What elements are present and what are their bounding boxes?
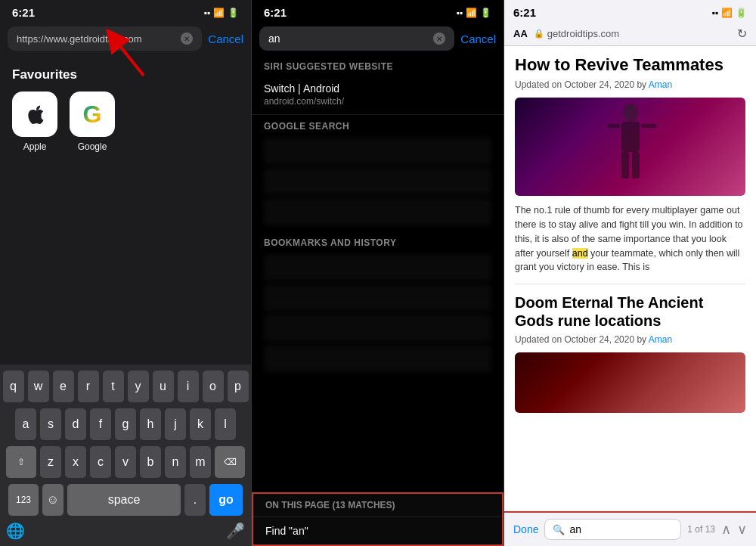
svg-point-2 [623,104,638,122]
apple-label: Apple [23,141,47,152]
key-x[interactable]: x [65,446,86,478]
key-k[interactable]: k [190,408,211,440]
svg-rect-5 [641,124,656,128]
key-h[interactable]: h [140,408,161,440]
globe-icon[interactable]: 🌐 [6,522,25,540]
refresh-icon[interactable]: ↻ [737,26,747,41]
key-g[interactable]: g [115,408,136,440]
key-o[interactable]: o [203,371,224,402]
search-text-p2: an [268,33,430,45]
blurred-suggestion-1 [264,138,491,165]
key-space[interactable]: space [67,484,181,516]
clear-button-p2[interactable]: ✕ [433,33,445,45]
clear-button[interactable]: ✕ [181,33,193,45]
favourites-title: Favourites [12,67,239,82]
key-j[interactable]: j [165,408,186,440]
apple-icon [12,92,57,137]
keyboard-row-1: q w e r t y u i o p [3,371,248,402]
cancel-button-p2[interactable]: Cancel [460,33,496,45]
aa-button[interactable]: AA [513,28,528,39]
keyboard-row-2: a s d f g h j k l [3,408,248,440]
key-r[interactable]: r [78,371,99,402]
svg-rect-3 [621,122,640,152]
google-label: Google [78,141,107,152]
search-input-p2[interactable]: an ✕ [259,26,454,51]
key-v[interactable]: v [115,446,136,478]
key-t[interactable]: t [103,371,124,402]
find-bar: Done 🔍 an 1 of 13 ∧ ∨ [504,511,756,546]
article1-author[interactable]: Aman [649,79,672,90]
article2-title: Doom Eternal The Ancient Gods rune locat… [515,293,745,330]
suggestions-list: Siri Suggested Website Switch | Android … [252,55,503,546]
svg-rect-7 [632,152,640,178]
key-c[interactable]: c [90,446,111,478]
article1-meta: Updated on October 24, 2020 by Aman [515,79,745,90]
find-search-text: an [569,523,581,535]
favourites-section: Favourites Apple G Google [0,55,251,158]
favourites-grid: Apple G Google [12,92,239,152]
favourite-apple[interactable]: Apple [12,92,57,152]
article2-meta: Updated on October 24, 2020 by Aman [515,334,745,345]
panel-safari-search: 6:21 ▪▪ 📶 🔋 https://www.getdroidtips.com… [0,0,252,546]
mic-icon[interactable]: 🎤 [226,522,245,540]
key-e[interactable]: e [53,371,74,402]
blurred-bookmark-2 [264,284,491,312]
key-period[interactable]: . [184,484,206,516]
siri-section-title: Siri Suggested Website [252,55,503,75]
status-bar-p3: 6:21 ▪▪ 📶 🔋 [504,0,756,22]
favourite-google[interactable]: G Google [70,92,115,152]
google-section-title: Google Search [252,115,503,135]
find-prev-button[interactable]: ∧ [721,521,731,538]
key-shift[interactable]: ⇧ [6,446,36,478]
key-emoji[interactable]: ☺ [42,484,64,516]
key-w[interactable]: w [28,371,49,402]
done-button[interactable]: Done [513,523,538,535]
status-icons-p1: ▪▪ 📶 🔋 [203,8,239,18]
key-z[interactable]: z [40,446,61,478]
key-m[interactable]: m [190,446,211,478]
blurred-bookmark-3 [264,315,491,342]
find-next-button[interactable]: ∨ [737,521,747,538]
find-search-icon: 🔍 [553,524,565,535]
address-display: 🔒 getdroidtips.com [534,28,619,39]
status-icons-p2: ▪▪ 📶 🔋 [456,8,491,18]
url-input-p1[interactable]: https://www.getdroidtips.com ✕ [8,26,202,51]
key-u[interactable]: u [153,371,174,402]
key-f[interactable]: f [90,408,111,440]
on-this-page-section: On This Page (13 matches) Find "an" [252,492,503,546]
status-bar-p1: 6:21 ▪▪ 📶 🔋 [0,0,251,22]
panel-search-suggestions: 6:21 ▪▪ 📶 🔋 an ✕ Cancel Siri Suggested W… [252,0,504,546]
suggestion-switch-android[interactable]: Switch | Android android.com/switch/ [252,75,503,115]
search-bar-row-p1: https://www.getdroidtips.com ✕ Cancel [0,22,251,55]
article1-text: The no.1 rule of thumb for every multipl… [515,203,745,275]
article2-author[interactable]: Aman [649,334,672,345]
find-input[interactable]: 🔍 an [544,519,681,540]
key-i[interactable]: i [178,371,199,402]
highlighted-word: and [572,248,588,259]
key-q[interactable]: q [3,371,24,402]
panel-article: 6:21 ▪▪ 📶 🔋 AA 🔒 getdroidtips.com ↻ How … [504,0,756,546]
find-nav-buttons: ∧ ∨ [721,521,747,538]
blurred-suggestion-2 [264,168,491,195]
article-content: How to Revive Teammates Updated on Octob… [504,46,756,546]
key-s[interactable]: s [40,408,61,440]
key-y[interactable]: y [128,371,149,402]
key-p[interactable]: p [228,371,249,402]
key-go[interactable]: go [209,484,243,516]
time-p1: 6:21 [12,6,35,19]
key-a[interactable]: a [15,408,36,440]
key-n[interactable]: n [165,446,186,478]
find-item[interactable]: Find "an" [253,517,502,544]
keyboard-bottom: 🌐 🎤 [3,522,248,540]
cancel-button-p1[interactable]: Cancel [208,33,243,45]
key-l[interactable]: l [215,408,236,440]
lock-icon: 🔒 [534,29,544,39]
article1-image [515,98,745,196]
key-d[interactable]: d [65,408,86,440]
key-numbers[interactable]: 123 [8,484,39,516]
keyboard-row-4: 123 ☺ space . go [3,484,248,516]
time-p3: 6:21 [513,6,536,19]
key-b[interactable]: b [140,446,161,478]
key-backspace[interactable]: ⌫ [215,446,245,478]
svg-rect-6 [621,152,629,178]
